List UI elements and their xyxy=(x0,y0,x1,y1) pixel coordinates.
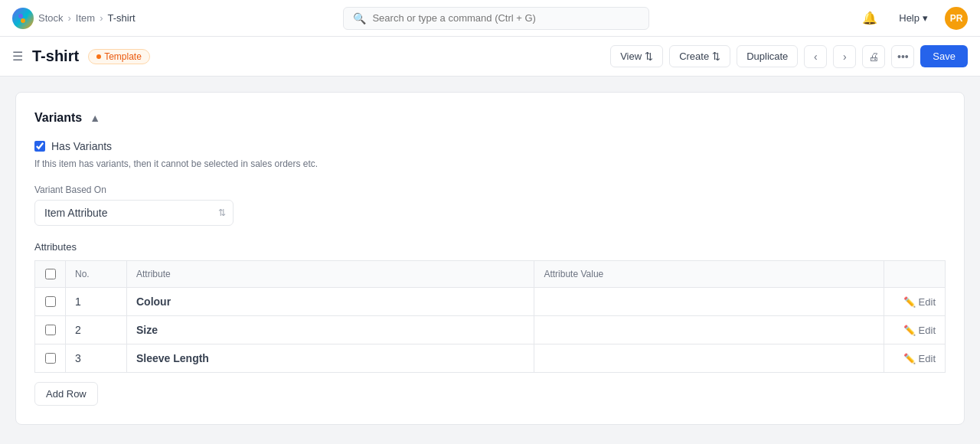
variants-card: Variants ▲ Has Variants If this item has… xyxy=(15,92,965,425)
secondary-header: ☰ T-shirt Template View ⇅ Create ⇅ Dupli… xyxy=(0,37,980,77)
page-title: T-shirt xyxy=(32,47,79,65)
edit-button[interactable]: ✏️ Edit xyxy=(893,296,936,308)
row-attribute-value xyxy=(534,344,884,373)
select-all-checkbox[interactable] xyxy=(45,269,56,279)
collapse-icon[interactable]: ▲ xyxy=(90,112,100,124)
variant-based-on-section: Variant Based On Item Attribute ⇅ xyxy=(34,184,946,226)
search-icon: 🔍 xyxy=(353,12,366,24)
col-header-attribute: Attribute xyxy=(127,261,534,288)
row-checkbox-cell xyxy=(35,316,66,344)
svg-point-2 xyxy=(21,18,25,23)
edit-label: Edit xyxy=(919,353,936,364)
row-attribute: Size xyxy=(127,316,534,344)
main-content: Variants ▲ Has Variants If this item has… xyxy=(0,77,980,444)
create-label: Create xyxy=(679,51,709,62)
svg-point-0 xyxy=(18,14,23,18)
next-button[interactable]: › xyxy=(833,45,856,68)
create-button[interactable]: Create ⇅ xyxy=(669,45,730,67)
row-checkbox[interactable] xyxy=(45,353,56,364)
top-nav: Stock › Item › T-shirt 🔍 🔔 Help ▾ PR xyxy=(0,0,980,37)
breadcrumb-sep-1: › xyxy=(68,12,71,24)
save-button[interactable]: Save xyxy=(920,45,968,67)
col-header-checkbox xyxy=(35,261,66,288)
view-label: View xyxy=(620,51,642,62)
variant-based-on-label: Variant Based On xyxy=(34,184,946,195)
attributes-table: No. Attribute Attribute Value 1 Colour ✏… xyxy=(34,260,946,373)
search-area: 🔍 xyxy=(343,7,649,30)
row-checkbox-cell xyxy=(35,344,66,373)
table-header-row: No. Attribute Attribute Value xyxy=(35,261,946,288)
col-header-actions xyxy=(884,261,946,288)
edit-label: Edit xyxy=(919,296,936,308)
search-box[interactable]: 🔍 xyxy=(343,7,649,30)
row-checkbox[interactable] xyxy=(45,296,56,307)
help-label: Help xyxy=(899,12,920,24)
table-row: 2 Size ✏️ Edit xyxy=(35,316,946,344)
help-button[interactable]: Help ▾ xyxy=(891,8,936,28)
variants-info-text: If this item has variants, then it canno… xyxy=(34,158,946,169)
notifications-button[interactable]: 🔔 xyxy=(858,6,882,31)
edit-icon: ✏️ xyxy=(903,353,916,364)
has-variants-checkbox[interactable] xyxy=(34,141,45,152)
add-row-button[interactable]: Add Row xyxy=(34,382,98,406)
avatar[interactable]: PR xyxy=(945,7,968,30)
has-variants-label[interactable]: Has Variants xyxy=(51,140,112,152)
row-no: 1 xyxy=(66,288,127,316)
breadcrumb-item[interactable]: Item xyxy=(76,12,95,24)
table-row: 1 Colour ✏️ Edit xyxy=(35,288,946,316)
template-dot xyxy=(96,54,101,59)
chevron-down-icon: ▾ xyxy=(923,12,928,24)
attributes-label: Attributes xyxy=(34,241,946,253)
prev-button[interactable]: ‹ xyxy=(804,45,827,68)
col-header-no: No. xyxy=(66,261,127,288)
edit-button[interactable]: ✏️ Edit xyxy=(893,325,936,336)
row-no: 2 xyxy=(66,316,127,344)
row-no: 3 xyxy=(66,344,127,373)
nav-left: Stock › Item › T-shirt xyxy=(12,8,136,29)
template-badge-label: Template xyxy=(104,51,142,62)
row-attribute: Sleeve Length xyxy=(127,344,534,373)
edit-icon: ✏️ xyxy=(903,325,916,336)
duplicate-button[interactable]: Duplicate xyxy=(737,45,798,67)
create-chevron-icon: ⇅ xyxy=(712,51,720,62)
breadcrumb-current: T-shirt xyxy=(108,12,136,24)
row-attribute-value xyxy=(534,288,884,316)
row-edit-cell: ✏️ Edit xyxy=(884,316,946,344)
view-chevron-icon: ⇅ xyxy=(645,51,653,62)
breadcrumb-sep-2: › xyxy=(100,12,103,24)
secondary-left: ☰ T-shirt Template xyxy=(12,47,150,65)
nav-right: 🔔 Help ▾ PR xyxy=(858,6,968,31)
row-attribute-value xyxy=(534,316,884,344)
secondary-right: View ⇅ Create ⇅ Duplicate ‹ › 🖨 ••• Save xyxy=(610,45,968,68)
app-logo[interactable] xyxy=(12,8,34,29)
row-edit-cell: ✏️ Edit xyxy=(884,288,946,316)
breadcrumb-stock[interactable]: Stock xyxy=(38,12,64,24)
attributes-table-body: 1 Colour ✏️ Edit 2 Size ✏️ Edit xyxy=(35,288,946,373)
more-button[interactable]: ••• xyxy=(891,45,914,68)
edit-icon: ✏️ xyxy=(903,296,916,308)
col-header-attribute-value: Attribute Value xyxy=(534,261,884,288)
svg-point-1 xyxy=(23,14,28,18)
variant-based-on-select[interactable]: Item Attribute xyxy=(34,200,234,226)
variant-based-on-select-wrapper: Item Attribute ⇅ xyxy=(34,200,234,226)
row-attribute: Colour xyxy=(127,288,534,316)
view-button[interactable]: View ⇅ xyxy=(610,45,663,67)
row-checkbox[interactable] xyxy=(45,325,56,335)
menu-icon[interactable]: ☰ xyxy=(12,49,23,64)
template-badge: Template xyxy=(88,49,150,64)
search-input[interactable] xyxy=(372,12,639,24)
edit-label: Edit xyxy=(919,325,936,336)
duplicate-label: Duplicate xyxy=(746,51,788,62)
edit-button[interactable]: ✏️ Edit xyxy=(893,353,936,364)
table-row: 3 Sleeve Length ✏️ Edit xyxy=(35,344,946,373)
row-checkbox-cell xyxy=(35,288,66,316)
has-variants-row: Has Variants xyxy=(34,140,946,152)
variants-title: Variants xyxy=(34,111,82,125)
print-button[interactable]: 🖨 xyxy=(862,45,885,68)
row-edit-cell: ✏️ Edit xyxy=(884,344,946,373)
variants-section-header: Variants ▲ xyxy=(34,111,946,125)
